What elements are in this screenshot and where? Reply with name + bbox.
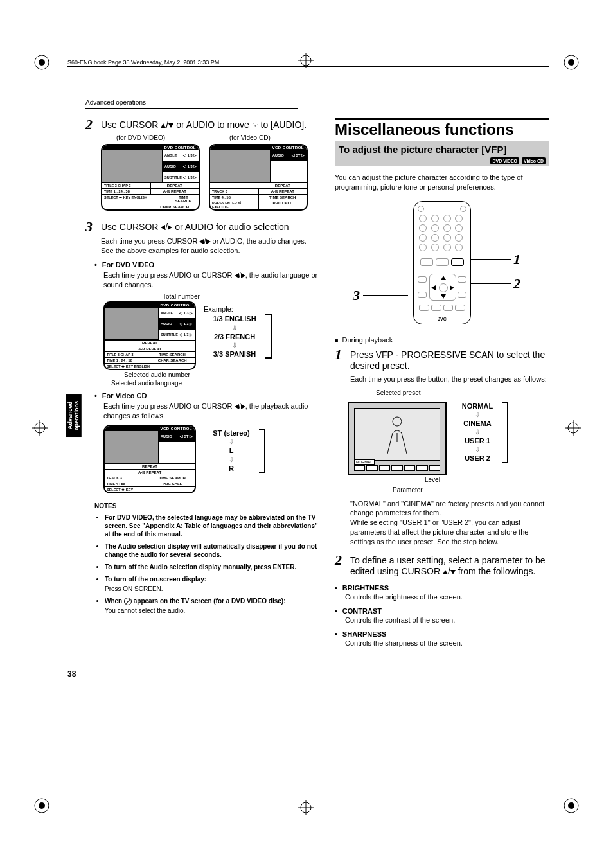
param-brightness-desc: Controls the brightness of the screen. [345,593,549,601]
right-step-1: 1 Press VFP - PROGRESSIVE SCAN to select… [335,348,549,372]
svg-point-3 [568,59,574,66]
running-head: Advanced operations [85,99,549,106]
svg-point-1 [39,59,45,66]
cursor-left-icon [161,225,165,230]
preset-sequence: NORMAL CINEMA USER 1 USER 2 [453,402,508,463]
preset-osd-icon: NORMAL [348,402,447,475]
cursor-right-icon [241,273,245,278]
note-item: To turn off the on-screen display:Press … [105,575,318,593]
notes-heading: NOTES [94,502,318,509]
left-column: 2 Use CURSOR / or AUDIO to move ☞ to [AU… [85,118,318,619]
cursor-down-icon [450,570,456,574]
vcd-control-osd-example: VCD CONTROL AUDIO◁ ST ▷ . . REPEAT A-B R… [103,425,196,493]
callout-3: 3 [353,287,360,304]
param-contrast: CONTRAST [335,607,549,615]
cursor-up-icon [443,570,448,574]
language-sequence: 1/3 ENGLISH 2/3 FRENCH 3/3 SPANISH [204,314,272,359]
step-text: Press VFP - PROGRESSIVE SCAN to select t… [350,348,549,372]
step-number: 2 [85,118,97,132]
caption-dvd: (for DVD VIDEO) [116,134,205,141]
running-head-rule [85,108,298,109]
notes-box: NOTES For DVD VIDEO, the selected langua… [94,502,318,615]
header-line: S60-ENG.book Page 38 Wednesday, May 2, 2… [67,59,549,67]
registration-mark-icon [563,54,580,71]
note-item: For DVD VIDEO, the selected language may… [105,513,318,538]
osd-title: VCD CONTROL [210,145,306,150]
during-playback-label: During playback [335,336,549,344]
for-dvd-text: Each time you press AUDIO or CURSOR /, t… [103,270,318,290]
step-number: 1 [335,348,346,362]
selected-audio-language-label: Selected audio language [111,380,318,387]
caption-vcd: (for Video CD) [229,134,318,141]
crosshair-icon [32,420,48,436]
vcd-control-osd: VCD CONTROL AUDIO◁ ST ▷ . . . REPEAT [209,144,308,211]
param-sharpness-desc: Controls the sharpness of the screen. [345,639,549,647]
callout-2: 2 [513,276,520,292]
svg-point-20 [393,417,402,426]
intro-paragraph: You can adjust the picture character acc… [335,173,549,192]
dvd-control-osd-example: DVD CONTROL ANGLE◁ 1/3 ▷ AUDIO◁ 1/3 ▷ SU… [103,301,196,370]
page-number: 38 [67,669,76,678]
page-content: S60-ENG.book Page 38 Wednesday, May 2, 2… [67,59,549,650]
step-body: Each time you press the button, the pres… [350,375,549,384]
dvd-control-osd: DVD CONTROL ANGLE◁ 1/3 ▷ AUDIO◁ 1/3 ▷ SU… [101,144,200,211]
audio-sequence: ST (stereo) L R [204,429,265,473]
video-cd-badge-icon: Video CD [522,157,546,164]
registration-mark-icon [33,54,50,71]
param-brightness: BRIGHTNESS [335,584,549,592]
example-label: Example: [204,305,272,313]
step-body: Each time you press CURSOR / or AUDIO, t… [101,236,318,256]
osd-pair: DVD CONTROL ANGLE◁ 1/3 ▷ AUDIO◁ 1/3 ▷ SU… [101,144,318,211]
section-heading: Miscellaneous functions [335,118,549,139]
side-tab-label: Advancedoperations [66,394,82,437]
cursor-right-icon [241,404,245,409]
param-contrast-desc: Controls the contrast of the screen. [345,616,549,624]
step-number: 3 [85,220,97,234]
param-sharpness: SHARPNESS [335,630,549,638]
cursor-left-icon [235,404,239,409]
step-text: To define a user setting, select a param… [350,553,549,578]
right-step-2: 2 To define a user setting, select a par… [335,553,549,578]
cursor-up-icon [161,123,166,128]
note-item: The Audio selection display will automat… [105,542,318,559]
step-2-heading: 2 Use CURSOR / or AUDIO to move ☞ to [AU… [85,118,318,132]
total-number-label: Total number [163,293,318,300]
step-3-heading: 3 Use CURSOR / or AUDIO for audio select… [85,220,318,234]
note-item: To turn off the Audio selection display … [105,563,318,571]
step-text: Use CURSOR / or AUDIO to move ☞ to [AUDI… [101,118,306,131]
callout-1: 1 [513,251,520,268]
subheading-vfp: To adjust the picture character [VFP] DV… [335,141,549,166]
parameter-label: Parameter [393,486,423,493]
preset-note: "NORMAL" and "CINEMA" are factory preset… [350,499,549,547]
osd-title: DVD CONTROL [102,145,199,150]
for-vcd-text: Each time you press AUDIO or CURSOR /, t… [103,402,318,421]
svg-point-5 [39,802,45,809]
registration-mark-icon [563,797,580,814]
remote-diagram: 3 [335,199,549,327]
crosshair-icon [298,800,314,815]
selected-preset-label: Selected preset [376,389,549,396]
note-item: When appears on the TV screen (for a DVD… [105,597,318,615]
remote-icon: JVC [413,201,471,324]
level-label: Level [425,476,440,483]
registration-mark-icon [33,797,50,814]
for-vcd-heading: For Video CD [94,392,318,400]
step-text: Use CURSOR / or AUDIO for audio selectio… [101,220,289,233]
dvd-video-badge-icon: DVD VIDEO [490,157,519,164]
preset-figure: NORMAL NORMAL CINEMA USER 1 USER 2 [348,402,549,475]
svg-point-7 [568,802,574,809]
step-number: 2 [335,553,346,567]
cursor-left-icon [199,239,204,244]
selected-audio-number-label: Selected audio number [124,371,318,378]
for-dvd-heading: For DVD VIDEO [94,261,318,269]
cursor-left-icon [235,273,239,278]
cursor-right-icon [206,239,211,244]
right-column: Miscellaneous functions To adjust the pi… [335,118,549,650]
prohibit-icon [124,598,132,605]
remote-brand-label: JVC [414,317,470,321]
hand-pointer-icon: ☞ [252,121,258,130]
crosshair-icon [565,420,581,436]
